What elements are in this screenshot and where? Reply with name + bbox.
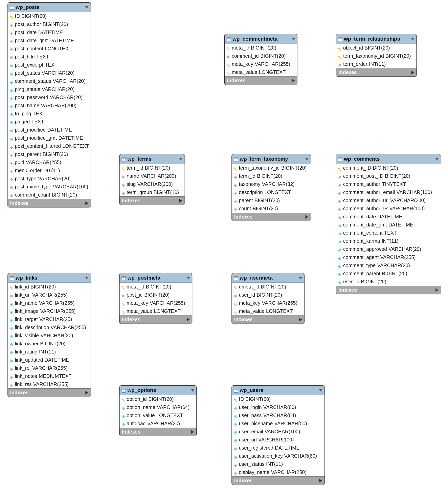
column-row[interactable]: user_url VARCHAR(100) [232,436,324,444]
table-header[interactable]: wp_term_relationships [336,34,416,44]
column-row[interactable]: comment_count BIGINT(20) [8,191,90,199]
collapse-arrow-icon[interactable] [299,277,302,279]
column-row[interactable]: comment_author_IP VARCHAR(100) [336,204,441,213]
indexes-bar[interactable]: Indexes [8,388,90,397]
column-row[interactable]: user_id BIGINT(20) [336,278,441,286]
column-row[interactable]: term_taxonomy_id BIGINT(20) [336,52,416,60]
column-row[interactable]: post_id BIGINT(20) [119,291,192,299]
column-row[interactable]: link_name VARCHAR(255) [8,299,90,307]
column-row[interactable]: user_email VARCHAR(100) [232,428,324,436]
column-row[interactable]: post_date DATETIME [8,28,90,36]
column-row[interactable]: post_title TEXT [8,53,90,61]
column-row[interactable]: post_modified_gmt DATETIME [8,134,90,142]
expand-arrow-icon[interactable] [411,71,414,74]
column-row[interactable]: link_description VARCHAR(255) [8,323,90,332]
collapse-arrow-icon[interactable] [435,158,439,160]
column-row[interactable]: ping_status VARCHAR(20) [8,85,90,93]
column-row[interactable]: meta_value LONGTEXT [232,307,304,315]
column-row[interactable]: link_url VARCHAR(255) [8,291,90,299]
column-row[interactable]: comment_id BIGINT(20) [224,52,297,60]
expand-arrow-icon[interactable] [179,199,182,202]
column-row[interactable]: post_modified DATETIME [8,126,90,134]
indexes-bar[interactable]: Indexes [224,76,297,85]
table-header[interactable]: wp_term_taxonomy [232,154,311,164]
table-wp_term_relationships[interactable]: wp_term_relationshipsobject_id BIGINT(20… [336,34,417,77]
indexes-bar[interactable]: Indexes [336,286,441,294]
column-row[interactable]: comment_approved VARCHAR(20) [336,245,441,253]
column-row[interactable]: name VARCHAR(200) [119,172,185,180]
expand-arrow-icon[interactable] [436,288,438,292]
column-row[interactable]: display_name VARCHAR(250) [232,468,324,476]
indexes-bar[interactable]: Indexes [119,315,192,324]
table-wp_posts[interactable]: wp_postsID BIGINT(20)post_author BIGINT(… [8,2,91,208]
column-row[interactable]: guid VARCHAR(255) [8,158,90,166]
table-wp_term_taxonomy[interactable]: wp_term_taxonomyterm_taxonomy_id BIGINT(… [232,154,311,221]
column-row[interactable]: menu_order INT(11) [8,166,90,175]
indexes-bar[interactable]: Indexes [232,315,304,324]
expand-arrow-icon[interactable] [85,391,88,394]
column-row[interactable]: user_activation_key VARCHAR(60) [232,452,324,460]
column-row[interactable]: meta_value LONGTEXT [224,68,297,76]
column-row[interactable]: link_owner BIGINT(20) [8,340,90,348]
column-row[interactable]: comment_status VARCHAR(20) [8,77,90,85]
table-header[interactable]: wp_postmeta [119,273,192,283]
column-row[interactable]: link_target VARCHAR(25) [8,315,90,323]
collapse-arrow-icon[interactable] [411,38,414,40]
collapse-arrow-icon[interactable] [85,6,89,9]
column-row[interactable]: parent BIGINT(20) [232,196,311,204]
column-row[interactable]: comment_ID BIGINT(20) [336,164,441,172]
column-row[interactable]: user_registered DATETIME [232,444,324,452]
column-row[interactable]: user_login VARCHAR(60) [232,403,324,411]
column-row[interactable]: option_value LONGTEXT [119,411,197,420]
column-row[interactable]: term_group BIGINT(10) [119,188,185,196]
column-row[interactable]: term_taxonomy_id BIGINT(20) [232,164,311,172]
table-wp_usermeta[interactable]: wp_usermetaumeta_id BIGINT(20)user_id BI… [232,273,305,324]
table-wp_users[interactable]: wp_usersID BIGINT(20)user_login VARCHAR(… [232,385,325,485]
indexes-bar[interactable]: Indexes [119,428,197,436]
column-row[interactable]: comment_author_url VARCHAR(200) [336,196,441,204]
column-row[interactable]: post_status VARCHAR(20) [8,69,90,77]
column-row[interactable]: description LONGTEXT [232,188,311,196]
column-row[interactable]: meta_key VARCHAR(255) [232,299,304,307]
column-row[interactable]: post_mime_type VARCHAR(100) [8,183,90,191]
column-row[interactable]: autoload VARCHAR(20) [119,420,197,428]
table-header[interactable]: wp_options [119,385,197,395]
column-row[interactable]: post_password VARCHAR(20) [8,93,90,101]
table-wp_links[interactable]: wp_linkslink_id BIGINT(20)link_url VARCH… [8,273,91,397]
indexes-bar[interactable]: Indexes [8,199,90,207]
column-row[interactable]: link_notes MEDIUMTEXT [8,372,90,380]
column-row[interactable]: comment_author_email VARCHAR(100) [336,188,441,196]
column-row[interactable]: term_id BIGINT(20) [232,172,311,180]
column-row[interactable]: post_parent BIGINT(20) [8,150,90,158]
collapse-arrow-icon[interactable] [191,389,195,392]
column-row[interactable]: meta_value LONGTEXT [119,307,192,315]
column-row[interactable]: comment_type VARCHAR(20) [336,261,441,270]
column-row[interactable]: post_type VARCHAR(20) [8,175,90,183]
column-row[interactable]: term_order INT(11) [336,60,416,68]
collapse-arrow-icon[interactable] [305,158,309,160]
column-row[interactable]: user_status INT(11) [232,460,324,468]
column-row[interactable]: meta_id BIGINT(20) [224,44,297,52]
column-row[interactable]: link_image VARCHAR(255) [8,307,90,315]
table-wp_terms[interactable]: wp_termsterm_id BIGINT(20)name VARCHAR(2… [119,154,185,205]
column-row[interactable]: user_nicename VARCHAR(50) [232,420,324,428]
indexes-bar[interactable]: Indexes [336,68,416,77]
expand-arrow-icon[interactable] [187,318,190,321]
collapse-arrow-icon[interactable] [319,389,323,392]
column-row[interactable]: comment_post_ID BIGINT(20) [336,172,441,180]
column-row[interactable]: comment_karma INT(11) [336,237,441,245]
column-row[interactable]: object_id BIGINT(20) [336,44,416,52]
column-row[interactable]: post_date_gmt DATETIME [8,36,90,44]
column-row[interactable]: meta_id BIGINT(20) [119,283,192,291]
column-row[interactable]: post_name VARCHAR(200) [8,101,90,110]
column-row[interactable]: count BIGINT(20) [232,204,311,213]
column-row[interactable]: meta_key VARCHAR(255) [224,60,297,68]
table-header[interactable]: wp_comments [336,154,441,164]
table-header[interactable]: wp_usermeta [232,273,304,283]
column-row[interactable]: umeta_id BIGINT(20) [232,283,304,291]
expand-arrow-icon[interactable] [319,479,322,482]
column-row[interactable]: link_rss VARCHAR(255) [8,380,90,388]
column-row[interactable]: post_content LONGTEXT [8,44,90,53]
column-row[interactable]: option_name VARCHAR(64) [119,403,197,411]
table-wp_postmeta[interactable]: wp_postmetameta_id BIGINT(20)post_id BIG… [119,273,192,324]
